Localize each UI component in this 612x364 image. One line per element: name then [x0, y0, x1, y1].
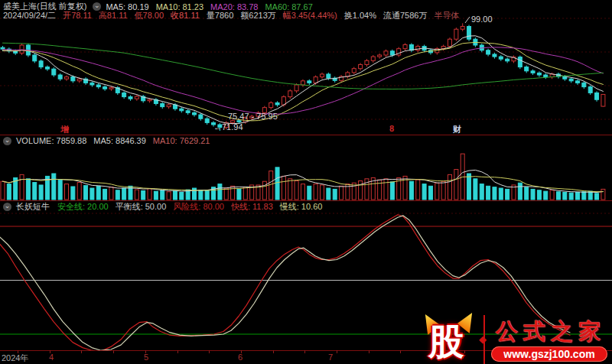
axis-tick — [81, 350, 82, 353]
logo-seal: 股 — [425, 317, 477, 364]
indicator-header: ⌄ 长妖短牛 安全线: 20.00平衡线: 50.00风险线: 80.00快线:… — [2, 201, 329, 213]
axis-tick — [18, 350, 18, 353]
axis-tick — [369, 350, 369, 353]
stat: 风险线: 80.00 — [173, 201, 224, 213]
axis-tick — [177, 350, 178, 353]
collapse-chevron-icon[interactable]: ⌄ — [3, 203, 11, 211]
diamond-icon: ◆ — [479, 333, 487, 345]
stat: 快线: 11.83 — [231, 201, 273, 213]
event-marker[interactable]: 财 — [453, 124, 461, 135]
stat: 低78.00 — [135, 10, 164, 21]
axis-tick — [304, 350, 305, 353]
axis-label: 4 — [49, 353, 54, 362]
volume-header: ⌄ VOLUME: 7859.88MA5: 8846.39MA10: 7629.… — [2, 136, 216, 145]
stat: 流通7586万 — [383, 10, 427, 21]
volume-legend: VOLUME: 7859.88MA5: 8846.39MA10: 7629.21 — [16, 136, 216, 145]
indicator-legend: 安全线: 20.00平衡线: 50.00风险线: 80.00快线: 11.83慢… — [57, 201, 329, 213]
stat: 慢线: 10.60 — [280, 201, 323, 213]
volume-chart[interactable] — [0, 147, 612, 200]
stat: MA10: 7629.21 — [153, 136, 210, 145]
stat: 安全线: 20.00 — [57, 201, 109, 213]
stat: MA5: 8846.39 — [93, 136, 146, 145]
axis-label: 5 — [144, 353, 148, 362]
axis-label: 7 — [328, 353, 333, 362]
axis-tick — [400, 350, 401, 353]
axis-tick — [241, 350, 242, 353]
axis-tick — [209, 350, 210, 353]
stat: 幅3.45(4.44%) — [283, 10, 337, 21]
axis-tick — [113, 350, 114, 353]
trading-app-window: 盛美上海(日线 前复权) ⌄ MA5: 80.19MA10: 81.23MA20… — [0, 0, 612, 364]
watermark-logo: 股 ◆ 公式之家 www.gszj100.com — [425, 310, 609, 364]
stat: 额6213万 — [240, 10, 275, 21]
axis-tick — [337, 350, 337, 353]
annotation-low: ←71.94 — [213, 122, 243, 132]
logo-divider — [483, 315, 485, 364]
event-marker[interactable]: 8 — [389, 124, 394, 133]
logo-url-badge: www.gszj100.com — [491, 346, 607, 362]
annotation-high: 99.00 — [471, 15, 493, 24]
panel-separator — [0, 135, 612, 135]
indicator-title: 长妖短牛 — [16, 201, 50, 213]
quote-info-row: 2024/09/24/二开78.11高81.11低78.00收81.11量786… — [3, 10, 466, 21]
axis-tick — [145, 350, 146, 353]
collapse-chevron-icon[interactable]: ⌄ — [3, 137, 11, 145]
stat: 换1.04% — [344, 10, 376, 21]
stat: 高81.11 — [99, 10, 128, 21]
annotation-range: 75.47 - 75.95 — [228, 112, 278, 121]
event-marker[interactable]: 增 — [60, 124, 69, 135]
axis-tick — [50, 350, 50, 353]
stat: 开78.11 — [63, 10, 92, 21]
axis-label: 2024年 — [2, 353, 28, 364]
stat: 收81.11 — [171, 10, 200, 21]
stat: 半导体 — [434, 10, 459, 21]
stat: 量7860 — [207, 10, 233, 21]
stat: 平衡线: 50.00 — [116, 201, 167, 213]
stat: 2024/09/24/二 — [3, 10, 56, 21]
stat: VOLUME: 7859.88 — [16, 136, 86, 145]
logo-brand-name: 公式之家 — [493, 317, 609, 347]
axis-label: 6 — [238, 353, 243, 362]
logo-glyph: 股 — [428, 318, 464, 364]
axis-tick — [273, 350, 274, 353]
